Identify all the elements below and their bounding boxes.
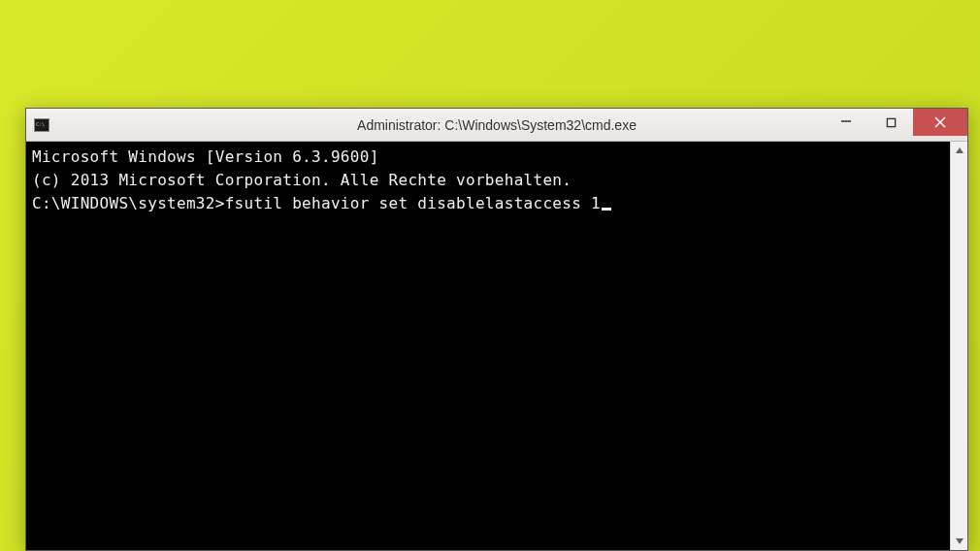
titlebar[interactable]: Administrator: C:\Windows\System32\cmd.e… — [26, 109, 967, 142]
cmd-icon — [34, 118, 49, 132]
scrollbar-down-button[interactable] — [951, 533, 967, 550]
terminal-cursor — [602, 208, 611, 211]
close-button[interactable] — [913, 109, 967, 136]
minimize-button[interactable] — [824, 109, 868, 136]
terminal-content[interactable]: Microsoft Windows [Version 6.3.9600](c) … — [26, 142, 950, 550]
terminal-command: fsutil behavior set disablelastaccess 1 — [225, 194, 601, 212]
cmd-window: Administrator: C:\Windows\System32\cmd.e… — [25, 108, 968, 551]
window-controls — [824, 109, 967, 136]
terminal-area: Microsoft Windows [Version 6.3.9600](c) … — [26, 142, 967, 550]
scrollbar-up-button[interactable] — [951, 142, 967, 159]
maximize-button[interactable] — [868, 109, 913, 136]
terminal-prompt: C:\WINDOWS\system32> — [32, 194, 225, 212]
terminal-output-line: (c) 2013 Microsoft Corporation. Alle Rec… — [32, 169, 944, 192]
svg-rect-1 — [887, 118, 895, 126]
window-title: Administrator: C:\Windows\System32\cmd.e… — [357, 117, 637, 133]
terminal-output-line: Microsoft Windows [Version 6.3.9600] — [32, 146, 944, 169]
scrollbar[interactable] — [950, 142, 967, 550]
terminal-prompt-line: C:\WINDOWS\system32>fsutil behavior set … — [32, 192, 944, 215]
